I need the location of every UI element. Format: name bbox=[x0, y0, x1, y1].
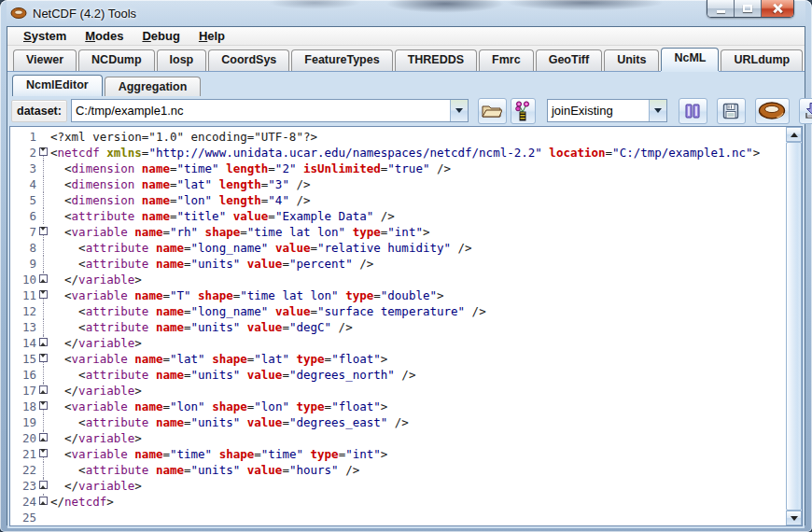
ncml-panel: NcmlEditorAggregation dataset: bbox=[7, 71, 805, 528]
books-icon bbox=[684, 103, 701, 119]
menu-item-debug[interactable]: Debug bbox=[133, 27, 188, 45]
fold-gutter bbox=[36, 319, 50, 335]
code-line[interactable]: 13 <attribute name="units" value="degC" … bbox=[10, 319, 786, 335]
subtab-aggregation[interactable]: Aggregation bbox=[105, 77, 202, 96]
tab-coordsys[interactable]: CoordSys bbox=[208, 49, 289, 71]
code-line[interactable]: 23 </variable> bbox=[10, 478, 786, 494]
dataset-combo-arrow[interactable] bbox=[450, 100, 468, 121]
fold-collapse-icon[interactable] bbox=[36, 351, 50, 367]
fold-collapse-icon[interactable] bbox=[36, 446, 50, 462]
line-number: 8 bbox=[10, 240, 36, 256]
window-controls bbox=[707, 0, 794, 18]
minimize-icon bbox=[717, 10, 725, 13]
tab-ncml[interactable]: NcML bbox=[661, 48, 719, 71]
flower-vase-icon bbox=[514, 101, 531, 121]
code-line[interactable]: 12 <attribute name="long_name" value="su… bbox=[10, 303, 786, 319]
compare-button[interactable] bbox=[679, 98, 707, 124]
window-content: SystemModesDebugHelp ViewerNCDumpIospCoo… bbox=[7, 26, 805, 525]
code-text: <attribute name="units" value="percent" … bbox=[50, 256, 786, 272]
fold-end-icon[interactable] bbox=[36, 335, 50, 351]
aggregation-combo-arrow[interactable] bbox=[649, 100, 666, 121]
open-folder-button[interactable] bbox=[478, 98, 507, 124]
fold-gutter bbox=[36, 192, 50, 208]
save-button[interactable] bbox=[717, 98, 746, 124]
arrow-down-icon bbox=[791, 516, 798, 521]
fold-collapse-icon[interactable] bbox=[36, 145, 50, 161]
fold-collapse-icon[interactable] bbox=[36, 224, 50, 240]
import-button[interactable] bbox=[799, 98, 812, 124]
code-line[interactable]: 4 <dimension name="lat" length="3" /> bbox=[10, 176, 786, 192]
code-line[interactable]: 24</netcdf> bbox=[10, 494, 786, 510]
code-line[interactable]: 8 <attribute name="long_name" value="rel… bbox=[10, 240, 786, 256]
tab-iosp[interactable]: Iosp bbox=[157, 49, 207, 71]
code-line[interactable]: 10 </variable> bbox=[10, 272, 786, 287]
menubar: SystemModesDebugHelp bbox=[7, 27, 805, 46]
code-line[interactable]: 25 bbox=[10, 510, 786, 525]
code-line[interactable]: 15 <variable name="lat" shape="lat" type… bbox=[10, 351, 786, 367]
tab-urldump[interactable]: URLdump bbox=[721, 49, 803, 71]
fold-end-icon[interactable] bbox=[36, 272, 50, 287]
toolbar: dataset: bbox=[9, 96, 803, 125]
code-line[interactable]: 16 <attribute name="units" value="degree… bbox=[10, 367, 786, 383]
subtab-ncmleditor[interactable]: NcmlEditor bbox=[12, 75, 103, 96]
fold-end-icon[interactable] bbox=[36, 494, 50, 510]
code-line[interactable]: 17 </variable> bbox=[10, 383, 786, 399]
code-line[interactable]: 11 <variable name="T" shape="time lat lo… bbox=[10, 287, 786, 303]
menu-item-modes[interactable]: Modes bbox=[77, 27, 132, 45]
minimize-button[interactable] bbox=[707, 0, 735, 17]
tab-featuretypes[interactable]: FeatureTypes bbox=[291, 49, 392, 71]
fold-gutter bbox=[36, 208, 50, 224]
aggregation-combo[interactable]: joinExisting bbox=[547, 99, 667, 122]
line-number: 12 bbox=[10, 303, 36, 319]
fold-end-icon[interactable] bbox=[36, 383, 50, 399]
close-button[interactable] bbox=[762, 0, 793, 17]
tab-viewer[interactable]: Viewer bbox=[13, 49, 77, 71]
scroll-thumb[interactable] bbox=[786, 142, 802, 511]
code-line[interactable]: 22 <attribute name="units" value="hours"… bbox=[10, 462, 786, 478]
tab-ncdump[interactable]: NCDump bbox=[78, 49, 154, 71]
code-line[interactable]: 6 <attribute name="title" value="Example… bbox=[10, 208, 786, 224]
code-line[interactable]: 1<?xml version="1.0" encoding="UTF-8"?> bbox=[10, 129, 786, 145]
code-line[interactable]: 19 <attribute name="units" value="degree… bbox=[10, 414, 786, 430]
code-line[interactable]: 14 </variable> bbox=[10, 335, 786, 351]
menu-item-help[interactable]: Help bbox=[190, 27, 233, 45]
dataset-input[interactable] bbox=[72, 100, 450, 121]
fold-gutter bbox=[36, 161, 50, 176]
code-line[interactable]: 5 <dimension name="lon" length="4" /> bbox=[10, 192, 786, 208]
line-number: 13 bbox=[10, 319, 36, 335]
ncml-editor[interactable]: 1<?xml version="1.0" encoding="UTF-8"?>2… bbox=[9, 126, 803, 526]
floppy-disk-icon bbox=[722, 103, 739, 119]
tab-geotiff[interactable]: GeoTiff bbox=[536, 49, 603, 71]
code-line[interactable]: 20 </variable> bbox=[10, 430, 786, 446]
flower-vase-button[interactable] bbox=[511, 98, 536, 124]
write-netcdf-button[interactable] bbox=[755, 98, 790, 124]
code-text: </variable> bbox=[50, 430, 786, 446]
line-number: 17 bbox=[10, 383, 36, 399]
code-line[interactable]: 2<netcdf xmlns="http://www.unidata.ucar.… bbox=[10, 145, 786, 161]
code-line[interactable]: 9 <attribute name="units" value="percent… bbox=[10, 256, 786, 272]
code-line[interactable]: 21 <variable name="time" shape="time" ty… bbox=[10, 446, 786, 462]
code-line[interactable]: 18 <variable name="lon" shape="lon" type… bbox=[10, 399, 786, 414]
code-line[interactable]: 3 <dimension name="time" length="2" isUn… bbox=[10, 161, 786, 176]
fold-end-icon[interactable] bbox=[36, 430, 50, 446]
tab-fmrc[interactable]: Fmrc bbox=[479, 49, 534, 71]
menu-item-system[interactable]: System bbox=[15, 27, 75, 45]
code-line[interactable]: 7 <variable name="rh" shape="time lat lo… bbox=[10, 224, 786, 240]
code-text: </variable> bbox=[50, 272, 786, 287]
fold-end-icon[interactable] bbox=[36, 478, 50, 494]
close-icon bbox=[772, 4, 783, 13]
scroll-down-button[interactable] bbox=[786, 511, 802, 525]
tab-units[interactable]: Units bbox=[604, 49, 659, 71]
fold-gutter bbox=[36, 176, 50, 192]
fold-gutter bbox=[36, 129, 50, 145]
line-number: 23 bbox=[10, 478, 36, 494]
code-text: <attribute name="long_name" value="relat… bbox=[50, 240, 786, 256]
tab-thredds[interactable]: THREDDS bbox=[395, 49, 477, 71]
scroll-up-button[interactable] bbox=[786, 127, 802, 142]
maximize-button[interactable] bbox=[735, 0, 762, 17]
fold-collapse-icon[interactable] bbox=[36, 287, 50, 303]
code-text: <dimension name="time" length="2" isUnli… bbox=[50, 161, 786, 176]
sub-tabstrip: NcmlEditorAggregation bbox=[9, 74, 803, 96]
fold-collapse-icon[interactable] bbox=[36, 399, 50, 414]
code-area[interactable]: 1<?xml version="1.0" encoding="UTF-8"?>2… bbox=[10, 127, 786, 525]
